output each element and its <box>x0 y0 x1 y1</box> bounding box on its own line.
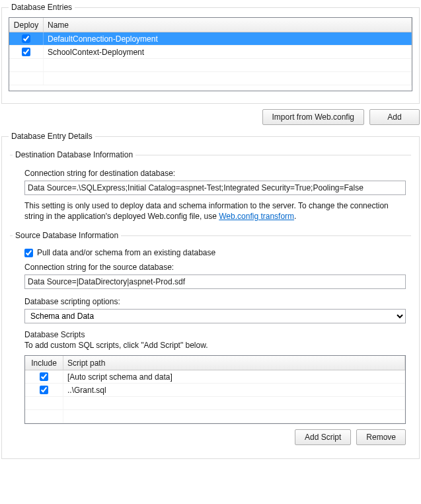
database-entry-details-legend: Database Entry Details <box>9 132 95 141</box>
destination-note: This setting is only used to deploy data… <box>24 200 406 222</box>
destination-db-legend: Destination Database Information <box>13 150 135 159</box>
table-row[interactable]: SchoolContext-Deployment <box>9 46 412 59</box>
destination-note-prefix: This setting is only used to deploy data… <box>24 201 389 221</box>
deploy-cell <box>9 32 44 45</box>
scripting-options-select[interactable]: Schema and Data <box>24 309 406 323</box>
database-entries-group: Database Entries Deploy Name DefaultConn… <box>1 3 420 104</box>
column-header-include[interactable]: Include <box>25 356 63 370</box>
deploy-checkbox[interactable] <box>22 34 30 43</box>
remove-script-button[interactable]: Remove <box>356 429 406 445</box>
entries-grid-header: Deploy Name <box>9 18 412 32</box>
source-db-group: Source Database Information Pull data an… <box>10 231 411 448</box>
destination-conn-label: Connection string for destination databa… <box>24 169 406 178</box>
database-entries-legend: Database Entries <box>9 3 75 12</box>
webconfig-transform-link[interactable]: Web.config transform <box>219 212 294 221</box>
include-cell <box>25 384 63 396</box>
entries-button-row: Import from Web.config Add <box>1 109 420 125</box>
table-row[interactable]: [Auto script schema and data] <box>25 370 405 384</box>
path-cell: ..\Grant.sql <box>63 384 405 396</box>
source-conn-label: Connection string for the source databas… <box>24 263 406 272</box>
entries-grid[interactable]: Deploy Name DefaultConnection-Deployment… <box>9 17 412 91</box>
table-row-empty <box>25 397 405 410</box>
table-row[interactable]: DefaultConnection-Deployment <box>9 32 412 46</box>
path-cell: [Auto script schema and data] <box>63 370 405 383</box>
database-entry-details-group: Database Entry Details Destination Datab… <box>1 132 420 459</box>
database-scripts-note: To add custom SQL scripts, click "Add Sc… <box>24 341 406 350</box>
table-row-empty <box>25 410 405 423</box>
deploy-cell <box>9 46 44 58</box>
pull-data-checkbox[interactable] <box>24 249 33 257</box>
column-header-deploy[interactable]: Deploy <box>9 18 44 32</box>
scripts-grid[interactable]: Include Script path [Auto script schema … <box>24 355 406 424</box>
entries-grid-body: DefaultConnection-Deployment SchoolConte… <box>9 32 412 91</box>
scripts-grid-header: Include Script path <box>25 356 405 370</box>
deploy-checkbox[interactable] <box>22 48 30 56</box>
column-header-path[interactable]: Script path <box>63 356 405 370</box>
source-db-legend: Source Database Information <box>13 231 121 240</box>
include-cell <box>25 370 63 383</box>
include-checkbox[interactable] <box>40 372 48 381</box>
include-checkbox[interactable] <box>40 386 48 394</box>
scripts-grid-body: [Auto script schema and data] ..\Grant.s… <box>25 370 405 423</box>
table-row-empty <box>9 59 412 72</box>
scripting-options-label: Database scripting options: <box>24 297 406 306</box>
add-script-button[interactable]: Add Script <box>295 429 351 445</box>
destination-conn-input[interactable] <box>24 181 406 195</box>
destination-note-suffix: . <box>294 212 296 221</box>
column-header-name[interactable]: Name <box>44 18 412 32</box>
name-cell: DefaultConnection-Deployment <box>44 32 412 45</box>
table-row[interactable]: ..\Grant.sql <box>25 384 405 397</box>
name-cell: SchoolContext-Deployment <box>44 46 412 58</box>
destination-db-group: Destination Database Information Connect… <box>10 150 411 227</box>
source-conn-input[interactable] <box>24 274 406 289</box>
scripts-button-row: Add Script Remove <box>24 429 406 445</box>
table-row-empty <box>9 72 412 85</box>
pull-data-label: Pull data and/or schema from an existing… <box>37 248 215 257</box>
import-from-webconfig-button[interactable]: Import from Web.config <box>262 109 365 125</box>
database-scripts-heading: Database Scripts <box>24 330 406 339</box>
add-entry-button[interactable]: Add <box>369 109 420 125</box>
